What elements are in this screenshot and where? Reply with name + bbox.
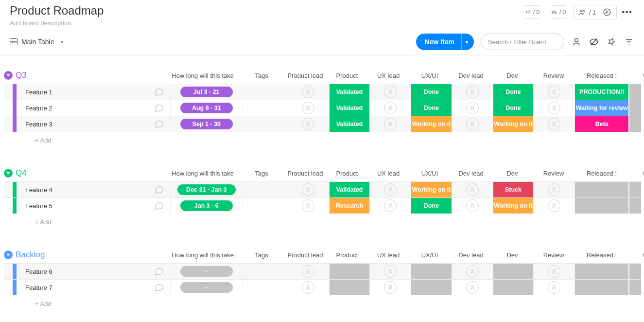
cell-product[interactable]: Validated	[329, 116, 369, 132]
cell-released[interactable]	[574, 182, 628, 197]
column-header-uxui[interactable]: UX/UI	[409, 72, 450, 79]
cell-review[interactable]	[533, 198, 574, 214]
add-item[interactable]: + Add	[13, 300, 167, 307]
cell-released[interactable]	[574, 280, 628, 295]
column-header-dev[interactable]: Dev	[492, 72, 533, 79]
column-header-released[interactable]: Released !	[574, 251, 629, 259]
chat-button[interactable]	[148, 264, 170, 279]
cell-howlong[interactable]: Jul 3 - 21	[170, 84, 243, 100]
group-collapse[interactable]	[4, 250, 13, 259]
cell-released[interactable]	[574, 198, 628, 214]
cell-dev-lead[interactable]	[452, 280, 493, 295]
cell-tags[interactable]	[243, 280, 287, 295]
cell-dev[interactable]: Done	[493, 84, 533, 100]
column-header-uxlead[interactable]: UX lead	[367, 72, 409, 79]
column-header-tags[interactable]: Tags	[239, 170, 284, 177]
cell-released[interactable]: Beta	[574, 116, 628, 132]
column-header-howlong[interactable]: How long will this take	[166, 251, 239, 259]
cell-tags[interactable]	[243, 198, 287, 214]
cell-dev[interactable]: Done	[493, 100, 533, 116]
chat-button[interactable]	[148, 84, 170, 100]
cell-review[interactable]	[533, 182, 574, 197]
board-title[interactable]: Product Roadmap	[10, 4, 104, 18]
cell-product-lead[interactable]	[287, 280, 329, 295]
board-description[interactable]: Add board description	[10, 19, 104, 27]
column-header-review[interactable]: Review	[533, 251, 574, 259]
cell-product-lead[interactable]	[287, 84, 329, 100]
table-row[interactable]: Feature 4 Dec 31 - Jan 3ValidatedWorking…	[4, 181, 641, 197]
add-item[interactable]: + Add	[13, 218, 167, 226]
cell-review[interactable]	[533, 84, 574, 100]
group-title[interactable]: Q4	[16, 168, 166, 178]
members-button[interactable]: / 1	[573, 5, 617, 19]
column-header-product[interactable]: Product	[327, 72, 367, 79]
table-row[interactable]: Feature 3 Sep 1 - 30ValidatedWorking on …	[4, 116, 641, 132]
column-header-plead[interactable]: Product lead	[284, 72, 327, 79]
column-header-devlead[interactable]: Dev lead	[450, 72, 492, 79]
cell-uxui[interactable]: Done	[411, 100, 451, 116]
cell-ux-lead[interactable]	[369, 182, 411, 197]
table-row[interactable]: Feature 6 -	[4, 263, 641, 279]
cell-dev-lead[interactable]	[452, 182, 493, 197]
chat-button[interactable]	[148, 280, 170, 295]
cell-product[interactable]	[329, 280, 369, 295]
cell-product[interactable]: Validated	[329, 182, 369, 197]
cell-review[interactable]	[533, 280, 574, 295]
cell-released[interactable]: PRODUCTION!!	[574, 84, 628, 100]
column-header-dev[interactable]: Dev	[492, 170, 533, 177]
item-name[interactable]: Feature 2	[17, 100, 148, 116]
cell-howlong[interactable]: Jan 3 - 6	[170, 198, 243, 214]
cell-howlong[interactable]: Sep 1 - 30	[170, 116, 243, 132]
cell-uxui[interactable]: Done	[411, 84, 451, 100]
column-header-released[interactable]: Released !	[574, 72, 629, 79]
cell-ux-lead[interactable]	[369, 264, 411, 279]
chat-button[interactable]	[148, 182, 170, 197]
cell-howlong[interactable]: -	[170, 264, 243, 279]
cell-dev[interactable]	[493, 264, 533, 279]
item-name[interactable]: Feature 1	[17, 84, 148, 100]
cell-dev[interactable]: Working on it	[493, 198, 533, 214]
cell-dev-lead[interactable]	[452, 84, 493, 100]
column-header-review[interactable]: Review	[533, 170, 574, 177]
cell-ux-lead[interactable]	[369, 84, 411, 100]
cell-uxui[interactable]: Done	[411, 198, 451, 214]
column-header-plead[interactable]: Product lead	[284, 251, 327, 259]
add-item[interactable]: + Add	[13, 137, 167, 144]
column-header-devlead[interactable]: Dev lead	[450, 251, 492, 259]
integration-badge-2[interactable]: / 0	[547, 5, 570, 19]
cell-product-lead[interactable]	[287, 182, 329, 197]
integration-badge-1[interactable]: / 0	[521, 5, 544, 19]
cell-uxui[interactable]: Working on it	[411, 182, 451, 197]
group-collapse[interactable]	[4, 169, 13, 178]
cell-released[interactable]: Waiting for review	[574, 100, 628, 116]
cell-dev-lead[interactable]	[452, 198, 493, 214]
column-header-tags[interactable]: Tags	[239, 72, 284, 79]
cell-review[interactable]	[533, 116, 574, 132]
chat-button[interactable]	[148, 116, 170, 132]
cell-product-lead[interactable]	[287, 198, 329, 214]
column-header-howlong[interactable]: How long will this take	[166, 170, 239, 177]
group-collapse[interactable]	[4, 71, 13, 80]
item-name[interactable]: Feature 6	[17, 264, 148, 279]
column-header-product[interactable]: Product	[327, 251, 367, 259]
column-header-tags[interactable]: Tags	[239, 251, 284, 259]
cell-uxui[interactable]	[411, 280, 451, 295]
person-filter-icon[interactable]	[571, 36, 582, 47]
cell-ux-lead[interactable]	[369, 280, 411, 295]
column-header-uxui[interactable]: UX/UI	[409, 170, 450, 177]
item-name[interactable]: Feature 4	[17, 182, 148, 197]
table-row[interactable]: Feature 1 Jul 3 - 21ValidatedDoneDonePRO…	[4, 84, 641, 100]
column-header-devlead[interactable]: Dev lead	[450, 170, 492, 177]
table-row[interactable]: Feature 7 -	[4, 279, 641, 295]
column-header-howlong[interactable]: How long will this take	[166, 72, 239, 79]
cell-uxui[interactable]: Working on it	[411, 116, 451, 132]
item-name[interactable]: Feature 3	[17, 116, 148, 132]
cell-dev-lead[interactable]	[452, 100, 493, 116]
column-header-plead[interactable]: Product lead	[284, 170, 327, 177]
column-header-uxlead[interactable]: UX lead	[367, 170, 409, 177]
item-name[interactable]: Feature 5	[17, 198, 148, 214]
cell-tags[interactable]	[243, 116, 287, 132]
cell-ux-lead[interactable]	[369, 116, 411, 132]
new-item-button[interactable]: New Item ▾	[416, 34, 474, 50]
cell-tags[interactable]	[243, 84, 287, 100]
